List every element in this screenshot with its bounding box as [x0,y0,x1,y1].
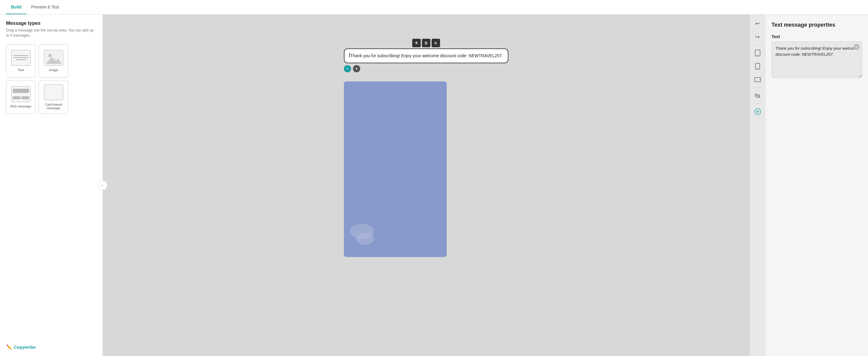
svg-point-6 [757,68,758,69]
text-cursor [349,53,350,57]
delete-button[interactable]: 🗑 [422,39,430,47]
add-element-button[interactable]: + [344,65,351,72]
eye-slash-icon [754,93,761,98]
copywriter-label: Copywriter [14,345,36,350]
rich-card-label: Rich message [10,105,31,108]
bubble-text: Thank you for subscribing! Enjoy your we… [350,53,503,58]
text-message-input[interactable] [772,41,862,78]
message-types-grid: Text Image [6,44,96,114]
svg-point-4 [757,55,758,55]
bubble-toolbar: ✥ 🗑 ⧉ [344,39,508,47]
undo-button[interactable]: ↩ [752,18,763,29]
hide-button[interactable] [752,90,763,101]
toolbar-divider-3 [753,103,762,104]
rich-card-icon [11,86,31,102]
textarea-add-button[interactable]: + [854,44,860,50]
message-bubble[interactable]: Thank you for subscribing! Enjoy your we… [344,49,508,63]
card-based-label: Card-based message [41,102,66,110]
add-circle-icon [754,108,761,115]
copywriter-button[interactable]: ✏️ Copywriter [6,339,96,350]
text-line-2 [13,57,28,58]
copywriter-icon: ✏️ [6,344,12,350]
image-svg-icon [46,52,61,64]
top-navigation: Build Preview & Test [0,0,868,14]
tablet-landscape-icon [754,77,761,82]
message-type-card-based[interactable]: Card-based message [39,81,68,114]
tablet-portrait-button[interactable] [752,61,763,72]
tablet-landscape-button[interactable] [752,74,763,85]
textarea-wrapper: + [772,41,862,79]
tablet-portrait-icon [755,63,760,70]
text-card-label: Text [18,68,24,72]
right-panel: Text message properties Text + [765,14,868,356]
right-toolbar: ↩ ↪ [749,14,765,356]
canvas-area: ✥ 🗑 ⧉ Thank you for subscribing! Enjoy y… [103,14,749,356]
rich-cell-top [13,89,29,93]
cloud-decoration-2 [356,233,374,245]
sidebar-subtitle: Drag a message into the canvas area. You… [6,28,96,38]
tab-preview-test[interactable]: Preview & Test [26,0,64,14]
magic-button[interactable]: ✦ [353,65,360,72]
copy-button[interactable]: ⧉ [432,39,440,47]
text-line-1 [13,55,28,56]
panel-title: Text message properties [772,22,862,28]
rich-cell-bottom-2 [22,96,29,99]
image-card-label: Image [49,68,58,72]
mobile-view-button[interactable] [752,48,763,58]
text-card-icon [11,50,31,66]
redo-button[interactable]: ↪ [752,31,763,42]
message-type-text[interactable]: Text [6,44,36,78]
rich-cell-bottom-1 [13,96,21,99]
phone-container: ✥ 🗑 ⧉ Thank you for subscribing! Enjoy y… [344,39,508,257]
toolbar-divider-1 [753,45,762,45]
card-based-icon [44,85,63,100]
text-line-3 [16,59,26,60]
phone-mockup [344,82,447,257]
text-field-label: Text [772,34,862,39]
add-button[interactable] [752,106,763,117]
mobile-icon [755,50,760,56]
sidebar-title: Message types [6,21,96,26]
collapse-sidebar-button[interactable]: ← [98,180,107,190]
tab-build[interactable]: Build [6,0,26,14]
image-card-icon [44,50,63,66]
bubble-actions: + ✦ [344,65,508,72]
main-layout: Message types Drag a message into the ca… [0,14,868,356]
message-type-image[interactable]: Image [39,44,68,78]
drag-handle-button[interactable]: ✥ [412,39,421,47]
svg-point-1 [49,54,52,57]
svg-point-8 [760,79,760,80]
message-type-rich[interactable]: Rich message [6,81,36,114]
left-sidebar: Message types Drag a message into the ca… [0,14,103,356]
